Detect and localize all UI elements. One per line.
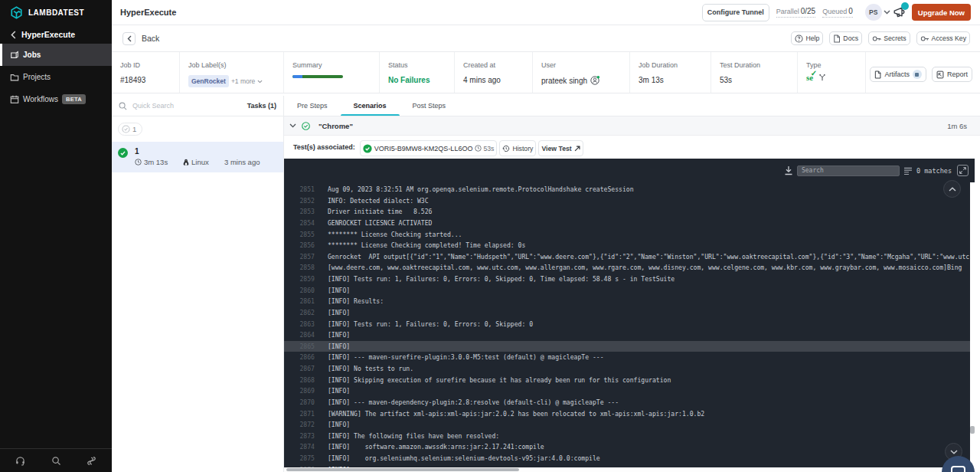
scrollbar-thumb[interactable] xyxy=(970,426,975,434)
test-chip[interactable]: VORI5-B9MW8-KM2QS-LL6OO 53s xyxy=(360,140,498,156)
support-headset-icon[interactable] xyxy=(15,456,25,466)
log-line-text: [INFO] Tests run: 1, Failures: 0, Errors… xyxy=(315,319,533,330)
app-root: LAMBDATEST HyperExecute Jobs Projects Wo… xyxy=(0,0,980,472)
search-bottom-icon[interactable] xyxy=(51,456,61,466)
log-line: 2857Genrocket API output[{"id":"1","Name… xyxy=(284,251,975,263)
log-search-input[interactable] xyxy=(797,166,900,176)
log-line: 2854GENROCKET LICESNCE ACTIVATED xyxy=(284,218,975,229)
content-body: Tasks (1) 1 1 3m 13s xyxy=(112,96,980,472)
test-duration-value: 53s xyxy=(720,76,797,84)
tab-post-steps[interactable]: Post Steps xyxy=(400,96,459,116)
sidebar-item-jobs[interactable]: Jobs xyxy=(0,44,112,66)
log-line: 2870[INFO] --- maven-dependency-plugin:2… xyxy=(284,397,975,408)
log-line-number: 2871 xyxy=(284,408,315,420)
match-count: 0 matches xyxy=(916,167,952,175)
projects-icon xyxy=(10,73,19,82)
docs-button[interactable]: Docs xyxy=(829,31,862,45)
sidebar-item-label: Jobs xyxy=(23,51,41,59)
configure-tunnel-button[interactable]: Configure Tunnel xyxy=(702,4,769,21)
type-label: Type xyxy=(806,61,865,69)
quick-search-input[interactable] xyxy=(132,102,242,110)
log-content[interactable]: 2851Aug 09, 2023 8:32:51 AM org.openqa.s… xyxy=(284,182,975,467)
secrets-label: Secrets xyxy=(884,34,906,42)
scrollbar-thumb[interactable] xyxy=(286,468,519,471)
sidebar-item-workflows[interactable]: Workflows BETA xyxy=(0,88,112,110)
queued-label: Queued xyxy=(822,8,847,15)
user-avatar-icon xyxy=(590,76,599,85)
view-test-button[interactable]: View Test xyxy=(538,140,583,156)
log-line: 2874[INFO] software.amazon.awssdk:arns:j… xyxy=(284,441,975,453)
history-icon xyxy=(502,145,510,152)
job-label-badge[interactable]: GenRocket xyxy=(188,75,229,87)
expand-log-icon[interactable] xyxy=(957,165,969,176)
log-line: 2869[INFO] xyxy=(284,385,975,397)
back-button[interactable] xyxy=(122,32,136,45)
queued-stat[interactable]: Queued 0 xyxy=(822,7,853,18)
announcements-icon[interactable] xyxy=(893,6,906,18)
settings-icon[interactable] xyxy=(87,456,96,466)
scenario-success-icon xyxy=(302,122,310,130)
log-horizontal-scrollbar[interactable] xyxy=(284,467,975,472)
test-duration-col: Test Duration 53s xyxy=(710,52,797,93)
tab-pre-steps[interactable]: Pre Steps xyxy=(284,96,341,116)
log-line-text: [INFO] xyxy=(315,307,350,319)
avatar-chevron-icon[interactable] xyxy=(884,10,890,15)
task-main: 1 3m 13s Linux 3 mins ago xyxy=(135,147,277,172)
log-line: 2871[WARNING] The artifact xml-apis:xml-… xyxy=(284,408,975,420)
scroll-to-top-button[interactable] xyxy=(943,180,961,198)
wrap-lines-icon[interactable] xyxy=(903,167,913,175)
upgrade-now-button[interactable]: Upgrade Now xyxy=(912,4,971,21)
filter-chip-count: 1 xyxy=(132,125,136,133)
log-line: 2864[INFO] xyxy=(284,329,975,341)
more-labels[interactable]: +1 more xyxy=(231,77,255,85)
configure-tunnel-label: Configure Tunnel xyxy=(707,8,764,16)
job-status-col: Status No Failures xyxy=(379,52,454,93)
log-line: 2873[INFO] The following files have been… xyxy=(284,431,975,442)
scenario-row[interactable]: "Chrome" 1m 6s xyxy=(284,116,980,136)
log-line-text: [INFO] software.amazon.awssdk:arns:jar:2… xyxy=(315,441,544,453)
log-line-text: [INFO] xyxy=(315,341,350,352)
notification-dot xyxy=(901,2,909,10)
docs-icon xyxy=(833,34,841,43)
log-vertical-scrollbar[interactable] xyxy=(970,182,975,472)
brand[interactable]: LAMBDATEST xyxy=(0,0,112,25)
log-line: 2862[INFO] xyxy=(284,307,975,319)
download-log-icon[interactable] xyxy=(784,166,793,175)
parallel-stat[interactable]: Parallel 0/25 xyxy=(776,7,815,18)
report-button[interactable]: Report xyxy=(932,67,972,82)
content-pane: Pre Steps Scenarios Post Steps "Chrome" … xyxy=(284,96,980,472)
log-line: 2860[INFO] xyxy=(284,285,975,297)
secrets-button[interactable]: Secrets xyxy=(868,31,910,45)
log-line-number: 2852 xyxy=(284,195,315,207)
artifacts-button[interactable]: Artifacts xyxy=(870,67,926,82)
task-status-filter-chip[interactable]: 1 xyxy=(118,123,142,136)
job-duration-value: 3m 13s xyxy=(639,76,710,84)
log-line-number: 2862 xyxy=(284,307,315,319)
toolbar-right: Help Docs Secrets Access Key xyxy=(791,31,970,45)
sidebar-item-projects[interactable]: Projects xyxy=(0,66,112,88)
secondary-toolbar: Back Help Docs Secrets Access Key xyxy=(112,25,980,52)
log-line-number: 2873 xyxy=(284,431,315,442)
log-line-number: 2867 xyxy=(284,363,315,375)
log-line-text: Genrocket API output[{"id":"1","Name":"H… xyxy=(315,251,975,263)
log-line-number: 2864 xyxy=(284,329,315,341)
sidebar-item-label: Workflows xyxy=(23,95,58,103)
access-key-button[interactable]: Access Key xyxy=(916,31,970,45)
log-line: 2856******** License Checking completed!… xyxy=(284,240,975,251)
tests-associated-label: Test(s) associated: xyxy=(293,143,355,151)
tab-scenarios[interactable]: Scenarios xyxy=(341,96,400,116)
log-line: 2859[INFO] Tests run: 1, Failures: 0, Er… xyxy=(284,274,975,285)
parallel-label: Parallel xyxy=(776,8,799,15)
view-test-label: View Test xyxy=(541,145,571,152)
log-line-number: 2858 xyxy=(284,262,315,274)
history-button[interactable]: History xyxy=(499,140,536,156)
jobs-icon xyxy=(10,51,19,60)
job-duration-label: Job Duration xyxy=(639,61,710,69)
user-avatar[interactable]: PS xyxy=(865,4,882,21)
help-button[interactable]: Help xyxy=(791,31,823,45)
main-area: HyperExecute Configure Tunnel Parallel 0… xyxy=(112,0,980,472)
sidebar-hyperexecute-header[interactable]: HyperExecute xyxy=(0,25,112,44)
task-list-item[interactable]: 1 3m 13s Linux 3 mins ago xyxy=(112,142,283,172)
log-line: 2855******** License Checking started... xyxy=(284,229,975,241)
chevron-down-icon xyxy=(257,80,263,84)
